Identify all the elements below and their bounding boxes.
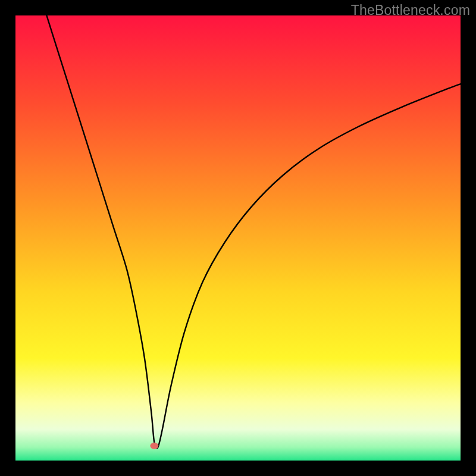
minimum-marker [150,443,158,449]
gradient-background [15,15,461,461]
chart-frame [15,15,461,461]
bottleneck-chart [15,15,461,461]
watermark-text: TheBottleneck.com [351,2,470,18]
